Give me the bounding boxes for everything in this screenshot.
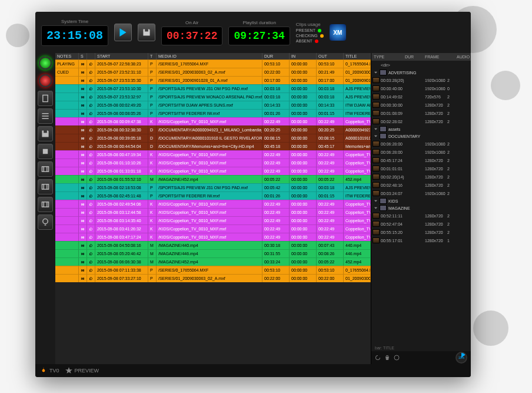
tool-save[interactable] [38, 126, 53, 141]
browser-folder[interactable]: KIDS [371, 197, 471, 204]
cell-out: 00:03:18 [317, 84, 344, 93]
browser-item[interactable]: 00:02:20(14)1280x7202 [371, 173, 471, 181]
cell-start: 2015-09-07 23:53:10:30 [95, 84, 148, 93]
playlist-row[interactable]: 2015-09-08 00:44:54:04D/DOCUMENTARY/Memo… [55, 142, 371, 150]
play-icon [119, 28, 127, 37]
browser-item[interactable]: 00:55:15:201280x7202 [371, 228, 471, 236]
playlist-row[interactable]: 2015-09-08 07:11:33:38P/SERIES/0_1765506… [55, 266, 371, 274]
browser-folder[interactable]: DOCUMENTARY [371, 133, 471, 140]
cell-start: 2015-09-07 23:53:32:97 [95, 93, 148, 101]
loop-icon [87, 158, 95, 167]
tab-preview[interactable]: PREVIEW [65, 367, 99, 374]
playlist-row[interactable]: 2015-09-08 00:09:47:38K/KIDS/Coppelion_T… [55, 117, 371, 126]
browser-folder[interactable]: ADVERTISING [371, 69, 471, 76]
browser-folder[interactable]: MAGAZINE [371, 204, 471, 212]
playlist-row[interactable]: 2015-09-08 00:08:05:26P/SPORTS/ITW FEDER… [55, 109, 371, 117]
playlist-row[interactable]: 2015-09-08 02:45:11:48P/SPORTS/ITW FEDER… [55, 191, 371, 200]
browser-item[interactable]: 00:03:28(20)1920x10802 [371, 76, 471, 84]
browser-item[interactable]: 00:45:17:241280x7202 [371, 156, 471, 164]
playlist-row[interactable]: 2015-09-08 01:33:01:18K/KIDS/Coppelion_T… [55, 167, 371, 175]
playlist-dur-clock: 09:27:34 [228, 27, 290, 45]
link-icon [79, 241, 87, 249]
tool-clip-b[interactable] [38, 179, 53, 194]
cell-title: Coppelion_TV_0010_MXF.mxf [344, 200, 371, 208]
browser-body[interactable]: ADVERTISING00:03:28(20)1920x1080200:00:4… [371, 69, 471, 345]
cell-dur: 00:17:00 [262, 76, 290, 84]
browser-item[interactable]: 00:00:30:001280x7202 [371, 101, 471, 109]
browser-item[interactable]: 00:52:11:111280x7202 [371, 212, 471, 220]
browser-folder[interactable]: assets [371, 126, 471, 133]
cell-title: Memories+and+the+City-HD.mp4 [344, 142, 371, 150]
tool-stop[interactable] [38, 144, 53, 159]
browser-item[interactable]: 00:55:17:011280x7201 [371, 236, 471, 245]
save-button[interactable] [138, 24, 155, 41]
tool-new-playlist[interactable] [38, 91, 53, 106]
playlist-row[interactable]: 2015-09-08 06:06:30:38M/MAGAZINE/452.mp4… [55, 257, 371, 266]
bcell-frame: 1280x720 [425, 230, 447, 235]
cell-dur: 00:08:15 [262, 134, 290, 142]
refresh-icon[interactable] [375, 355, 381, 361]
browser-item[interactable]: 00:00:40:001920x10800 [371, 84, 471, 93]
playlist-row[interactable]: 2015-09-08 03:12:44:58K/KIDS/Coppelion_T… [55, 208, 371, 216]
play-button[interactable] [114, 24, 132, 41]
playlist-row[interactable]: 2015-09-08 03:14:35:40K/KIDS/Coppelion_T… [55, 216, 371, 224]
browser-item[interactable]: 00:52:47:041280x7202 [371, 220, 471, 228]
browser-item[interactable]: 00:02:48:161280x7202 [371, 181, 471, 189]
tool-bulb[interactable] [38, 214, 53, 230]
playlist-row[interactable]: 2015-09-07 23:53:10:30P/SPORTS/AJS PREVI… [55, 84, 371, 93]
playlist-row[interactable]: 2015-09-08 03:41:26:32K/KIDS/Coppelion_T… [55, 224, 371, 233]
playlist-row[interactable]: 2015-09-08 02:49:54:06K/KIDS/Coppelion_T… [55, 200, 371, 208]
bcol-frame: FRAME [424, 54, 447, 60]
playlist-row[interactable]: 2015-09-07 23:53:32:97P/SPORTS/AJS PREVI… [55, 93, 371, 101]
browser-item[interactable]: 00:01:08:091280x7202 [371, 109, 471, 117]
browser-item[interactable]: 00:02:28:021280x7202 [371, 117, 471, 126]
link-icon [79, 224, 87, 233]
cell-type: P [148, 191, 157, 200]
trash-icon[interactable] [384, 355, 390, 361]
tool-clip-a[interactable] [38, 161, 53, 177]
playlist-row[interactable]: PLAYING2015-09-07 22:58:38:23P/SERIES/0_… [55, 60, 371, 68]
cell-title: Coppelion_TV_0010_MXF.mxf [344, 224, 371, 233]
browser-item[interactable]: 00:14:49:02720x5762 [371, 93, 471, 101]
cell-title: Coppelion_TV_0010_MXF.mxf [344, 208, 371, 216]
tab-tv0[interactable]: TV0 [40, 367, 59, 374]
tool-list[interactable] [38, 108, 53, 124]
browser-item[interactable]: 00:06:28:001920x10802 [371, 148, 471, 156]
cell-start: 2015-09-08 00:02:49:20 [95, 101, 148, 109]
playlist-row[interactable]: 2015-09-08 02:18:53:08P/SPORTS/AJS PREVI… [55, 183, 371, 191]
playlist-row[interactable]: 2015-09-08 03:47:17:24K/KIDS/Coppelion_T… [55, 233, 371, 241]
cell-out: 00:22:49 [317, 117, 344, 126]
tool-clip-c[interactable] [38, 197, 53, 212]
cell-start: 2015-09-08 01:33:01:18 [95, 167, 148, 175]
playlist-row[interactable]: 2015-09-08 00:32:38:30D/DOCUMENTARY/A000… [55, 126, 371, 134]
list-icon [41, 112, 49, 120]
playlist-panel[interactable]: NOTES S START T MEDIA ID DUR IN OUT TITL… [55, 53, 371, 364]
playlist-row[interactable]: 2015-09-08 01:10:10:26K/KIDS/Coppelion_T… [55, 158, 371, 167]
browser-item[interactable]: 00:01:01:011280x7202 [371, 164, 471, 173]
browser-item[interactable]: 00:03:24:071920x10802 [371, 189, 471, 197]
svg-rect-1 [43, 149, 48, 154]
cell-out: 00:05:22 [317, 175, 344, 183]
playlist-row[interactable]: 2015-09-08 04:50:08:16M/MAGAZINE/440.mp4… [55, 241, 371, 249]
info-icon[interactable] [394, 355, 400, 361]
browser-item[interactable]: 00:06:28:001920x10802 [371, 140, 471, 148]
cell-media: /SERIES/0_17655064.MXF [157, 266, 262, 274]
playlist-row[interactable]: 2015-09-08 07:33:27:10P/SERIES/01_200903… [55, 274, 371, 282]
cell-state [55, 191, 79, 200]
playlist-row[interactable]: 2015-09-08 00:39:05:18D/DOCUMENTARY/A000… [55, 134, 371, 142]
bcell-dur: 00:02:28:02 [381, 120, 425, 124]
playlist-row[interactable]: 2015-09-08 00:02:49:20P/SPORTS/ITW DJAW … [55, 101, 371, 109]
cell-start: 2015-09-08 00:08:05:26 [95, 109, 148, 117]
bcell-frame: 1280x720 [425, 222, 447, 226]
bcell-frame: 1280x720 [425, 167, 447, 171]
playlist-row[interactable]: 2015-09-08 05:20:46:42M/MAGAZINE/446.mp4… [55, 249, 371, 257]
browser-up-dir[interactable]: <dir> [371, 61, 471, 69]
cell-in: 00:00:00 [290, 142, 317, 150]
playlist-row[interactable]: 2015-09-07 23:53:35:30P/SERIES/01_200909… [55, 76, 371, 84]
bcell-dur: 00:52:11:11 [381, 214, 425, 218]
playlist-row[interactable]: 2015-09-08 00:47:19:34K/KIDS/Coppelion_T… [55, 150, 371, 158]
loop-icon [87, 93, 95, 101]
playlist-row[interactable]: CUED2015-09-07 23:52:31:10P/SERIES/01_20… [55, 68, 371, 76]
col-title: TITLE [344, 53, 371, 60]
playlist-row[interactable]: 2015-09-08 01:55:52:10M/MAGAZINE/452.mp4… [55, 175, 371, 183]
